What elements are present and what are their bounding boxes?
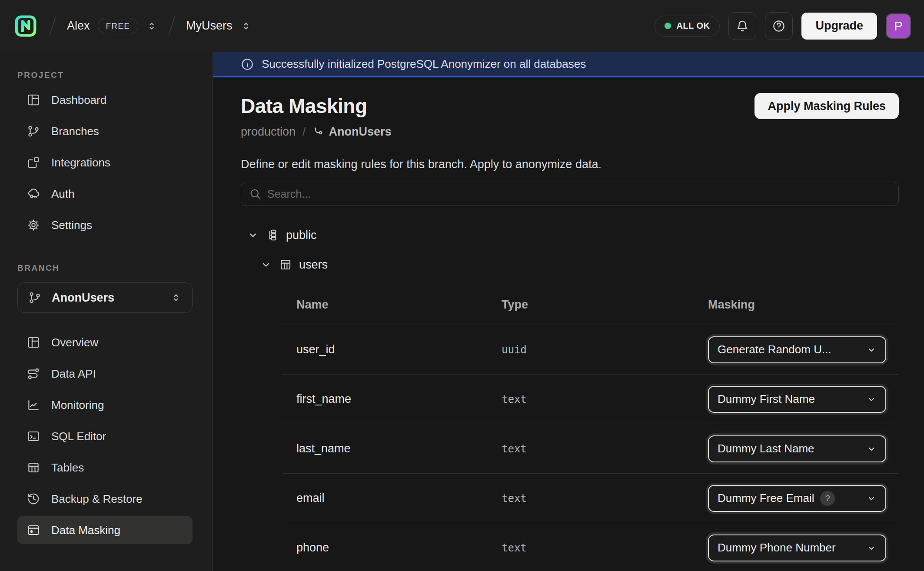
sidebar-item-label: Tables bbox=[51, 461, 84, 475]
column-header-masking: Masking bbox=[708, 298, 899, 312]
branches-icon bbox=[27, 125, 40, 138]
chevron-down-icon[interactable] bbox=[260, 259, 272, 271]
status-dot bbox=[665, 23, 671, 29]
plan-badge: FREE bbox=[98, 18, 138, 34]
schema-icon bbox=[266, 229, 279, 242]
sidebar-item-dashboard[interactable]: Dashboard bbox=[17, 86, 193, 114]
page-description: Define or edit masking rules for this br… bbox=[241, 158, 899, 171]
project-nav: Dashboard Branches Integrations Auth Set… bbox=[17, 86, 193, 239]
column-name: email bbox=[282, 491, 502, 505]
branch-nav: Overview Data API Monitoring SQL Editor … bbox=[17, 329, 193, 544]
sidebar-item-overview[interactable]: Overview bbox=[17, 329, 193, 356]
sidebar-item-auth[interactable]: Auth bbox=[17, 180, 193, 208]
tree-node-schema[interactable]: public bbox=[241, 226, 899, 244]
apply-masking-rules-button[interactable]: Apply Masking Rules bbox=[754, 93, 899, 119]
auth-icon bbox=[27, 187, 40, 200]
column-header-type: Type bbox=[502, 298, 708, 312]
schema-name: public bbox=[286, 229, 317, 242]
child-branch-icon bbox=[313, 126, 325, 138]
sidebar-item-label: Data API bbox=[51, 367, 96, 381]
masking-rule-value: Dummy Last Name bbox=[718, 442, 814, 455]
help-button[interactable] bbox=[765, 12, 793, 40]
column-type: text bbox=[502, 542, 708, 554]
chevron-down-icon bbox=[866, 543, 877, 553]
divider-slash bbox=[168, 16, 175, 35]
sidebar-item-monitoring[interactable]: Monitoring bbox=[17, 391, 193, 419]
sidebar-item-data-masking[interactable]: Data Masking bbox=[17, 516, 193, 544]
overview-icon bbox=[27, 336, 40, 349]
masking-rules-table: Name Type Masking user_id uuid Generate … bbox=[282, 285, 899, 571]
tree-node-table[interactable]: users bbox=[254, 256, 899, 274]
branch-section-label: BRANCH bbox=[17, 263, 193, 273]
search-icon bbox=[249, 187, 262, 200]
chevrons-updown-icon bbox=[240, 20, 252, 32]
masking-rule-value: Dummy Phone Number bbox=[718, 541, 836, 554]
sidebar-item-backup-restore[interactable]: Backup & Restore bbox=[17, 485, 193, 513]
masking-rule-select[interactable]: Dummy Free Email ? bbox=[708, 485, 886, 512]
integrations-icon bbox=[27, 156, 40, 169]
project-section-label: PROJECT bbox=[17, 70, 193, 80]
masking-rule-value: Dummy Free Email bbox=[718, 491, 814, 505]
notifications-button[interactable] bbox=[728, 12, 756, 40]
masking-rule-select[interactable]: Generate Random U... bbox=[708, 336, 886, 363]
help-icon bbox=[772, 20, 785, 33]
sql-editor-icon bbox=[27, 430, 40, 443]
chevron-down-icon[interactable] bbox=[247, 229, 259, 241]
sidebar-item-label: Branches bbox=[51, 125, 99, 138]
sidebar-item-integrations[interactable]: Integrations bbox=[17, 149, 193, 176]
sidebar-item-tables[interactable]: Tables bbox=[17, 454, 193, 481]
column-type: uuid bbox=[502, 344, 708, 356]
breadcrumb-branch-label: AnonUsers bbox=[329, 125, 392, 139]
column-type: text bbox=[502, 393, 708, 405]
table-row: phone text Dummy Phone Number bbox=[282, 523, 899, 571]
column-type: text bbox=[502, 492, 708, 505]
masking-rule-value: Generate Random U... bbox=[718, 343, 831, 356]
sidebar-item-settings[interactable]: Settings bbox=[17, 211, 193, 239]
branch-icon bbox=[28, 291, 41, 304]
breadcrumb: production / AnonUsers bbox=[241, 125, 899, 139]
chevron-down-icon bbox=[866, 444, 877, 454]
sidebar-item-label: Overview bbox=[51, 336, 98, 349]
sidebar-item-data-api[interactable]: Data API bbox=[17, 360, 193, 388]
breadcrumb-parent[interactable]: production bbox=[241, 125, 296, 139]
breadcrumb-separator: / bbox=[302, 125, 306, 139]
masking-rule-select[interactable]: Dummy First Name bbox=[708, 386, 886, 413]
data-masking-icon bbox=[27, 524, 40, 537]
page-title: Data Masking bbox=[241, 94, 367, 118]
tables-icon bbox=[27, 461, 40, 474]
upgrade-button[interactable]: Upgrade bbox=[801, 13, 877, 40]
sidebar-item-sql-editor[interactable]: SQL Editor bbox=[17, 422, 193, 450]
main-content: Successfully initialized PostgreSQL Anon… bbox=[213, 52, 924, 571]
dashboard-icon bbox=[27, 93, 40, 106]
sidebar-item-label: Auth bbox=[51, 187, 75, 201]
column-type: text bbox=[502, 443, 708, 455]
column-name: first_name bbox=[282, 392, 502, 406]
success-banner: Successfully initialized PostgreSQL Anon… bbox=[213, 52, 924, 77]
divider-slash bbox=[49, 16, 56, 35]
neon-logo[interactable] bbox=[13, 13, 38, 39]
column-name: last_name bbox=[282, 442, 502, 455]
breadcrumb-branch[interactable]: AnonUsers bbox=[313, 125, 392, 139]
search-input[interactable] bbox=[241, 182, 899, 206]
column-header-name: Name bbox=[282, 298, 502, 312]
sidebar-item-branches[interactable]: Branches bbox=[17, 117, 193, 145]
masking-rule-select[interactable]: Dummy Last Name bbox=[708, 435, 886, 462]
status-label: ALL OK bbox=[676, 21, 710, 31]
info-icon bbox=[241, 58, 254, 71]
topbar: Alex FREE MyUsers ALL OK Upgrade P bbox=[0, 0, 924, 52]
org-switcher[interactable]: Alex FREE bbox=[67, 18, 157, 34]
sidebar-item-label: Backup & Restore bbox=[51, 492, 143, 506]
table-name: users bbox=[299, 258, 328, 272]
monitoring-icon bbox=[27, 398, 40, 412]
data-api-icon bbox=[27, 367, 40, 380]
avatar[interactable]: P bbox=[886, 13, 911, 39]
help-badge[interactable]: ? bbox=[820, 491, 835, 506]
banner-message: Successfully initialized PostgreSQL Anon… bbox=[262, 57, 586, 71]
status-badge[interactable]: ALL OK bbox=[655, 16, 720, 37]
table-row: last_name text Dummy Last Name bbox=[282, 424, 899, 474]
project-switcher[interactable]: MyUsers bbox=[186, 19, 252, 33]
branch-selector[interactable]: AnonUsers bbox=[17, 282, 193, 313]
column-name: phone bbox=[282, 541, 502, 554]
masking-rule-select[interactable]: Dummy Phone Number bbox=[708, 534, 886, 561]
sidebar-item-label: Integrations bbox=[51, 156, 110, 169]
